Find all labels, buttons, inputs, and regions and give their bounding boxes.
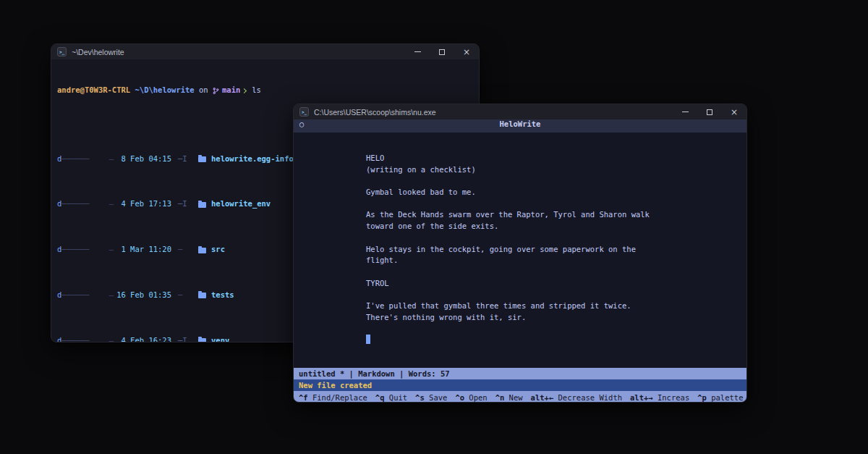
git-status: ─I: [178, 198, 194, 210]
editor-line: [366, 175, 739, 187]
close-icon: ×: [463, 48, 470, 56]
close-button[interactable]: ×: [722, 104, 746, 119]
close-button[interactable]: ×: [454, 44, 479, 59]
folder-icon: [198, 338, 206, 342]
editor-window: >_ C:\Users\USER\scoop\shims\nu.exe × ○ …: [293, 104, 747, 403]
shortcut-hint: ^p palette: [697, 393, 743, 402]
file-name-cell: src: [198, 244, 225, 256]
editor-line: [366, 323, 739, 335]
perm-part: ──────: [61, 290, 89, 299]
git-branch-icon: [213, 87, 219, 95]
editor-line: toward one of the side exits.: [366, 221, 739, 232]
editor-lines: HELO(writing on a checklist)Gymbal looke…: [366, 153, 739, 335]
terminal-app-icon: >_: [57, 47, 67, 56]
editor-titlebar[interactable]: >_ C:\Users\USER\scoop\shims\nu.exe ×: [294, 104, 746, 119]
editor-line: Helo stays in the cockpit, going over so…: [366, 244, 739, 256]
editor-line: As the Deck Hands swarm over the Raptor,…: [366, 209, 739, 221]
shortcut-key: ^p: [697, 393, 707, 402]
shortcut-hint: ^s Save: [415, 393, 447, 402]
shortcut-label: Increas: [653, 393, 690, 402]
shortcut-hint: ^o Open: [455, 393, 487, 402]
close-icon: ×: [731, 108, 738, 117]
file-size: –: [90, 154, 114, 165]
editor-text-area[interactable]: HELO(writing on a checklist)Gymbal looke…: [294, 133, 746, 368]
permissions: d──────: [57, 335, 90, 342]
desktop: >_ ~\Dev\helowrite × andre@T0W3R-CTRL ~\…: [0, 0, 868, 454]
editor-status-bar: untitled * | Markdown | Words: 57: [294, 368, 746, 379]
folder-icon: [198, 156, 206, 162]
folder-icon: [198, 202, 206, 208]
file-date: 16 Feb 01:35: [114, 290, 171, 301]
maximize-button[interactable]: [697, 104, 722, 119]
terminal-window-title: ~\Dev\helowrite: [72, 48, 124, 56]
file-name: venv: [211, 335, 229, 342]
perm-part: ──────: [61, 199, 89, 208]
file-name-cell: helowrite.egg-info: [198, 154, 294, 165]
terminal-titlebar[interactable]: >_ ~\Dev\helowrite ×: [51, 44, 479, 59]
git-status: ─I: [178, 335, 194, 342]
maximize-icon: [439, 49, 445, 55]
prompt-line: andre@T0W3R-CTRL ~\D\helowrite on main l…: [57, 85, 479, 96]
shortcut-label: Find/Replace: [308, 393, 367, 402]
editor-message-bar: New file created: [294, 379, 746, 391]
file-size: –: [90, 244, 114, 256]
editor-line: flight.: [366, 255, 739, 266]
shortcut-key: ^o: [455, 393, 464, 402]
file-name-cell: venv: [198, 335, 229, 342]
editor-line: TYROL: [366, 278, 739, 290]
maximize-button[interactable]: [430, 44, 454, 59]
editor-header-bar: ○ HeloWrite: [294, 119, 746, 133]
folder-icon: [198, 248, 206, 253]
text-cursor: [366, 335, 370, 344]
file-size: –: [90, 290, 114, 301]
shortcut-key: alt+→: [630, 393, 653, 402]
shortcut-hint: ^n New: [495, 393, 523, 402]
prompt-chevron-icon: [242, 88, 247, 93]
shortcut-label: palette: [707, 393, 744, 402]
shortcut-key: ^f: [299, 393, 308, 402]
editor-line: There's nothing wrong with it, sir.: [366, 312, 739, 324]
permissions: d──────: [57, 290, 90, 301]
shortcut-label: Decrease Width: [553, 393, 622, 402]
prompt-user: andre@T0W3R-CTRL: [57, 85, 130, 96]
perm-part: ──────: [61, 245, 89, 253]
git-status: ─: [178, 244, 194, 256]
window-caption-buttons: ×: [405, 44, 479, 59]
app-title: HeloWrite: [500, 119, 541, 128]
minimize-button[interactable]: [405, 44, 430, 59]
prompt-path: ~\D\helowrite: [135, 85, 194, 96]
shortcut-label: New: [504, 393, 522, 402]
editor-line: [366, 232, 739, 244]
editor-window-title: C:\Users\USER\scoop\shims\nu.exe: [314, 108, 436, 117]
branch-name: main: [222, 85, 240, 96]
minimize-icon: [682, 112, 689, 112]
file-name-cell: helowrite_env: [198, 198, 271, 210]
minimize-button[interactable]: [673, 104, 697, 119]
shortcut-hint: ^q Quit: [375, 393, 407, 402]
file-date: 1 Mar 11:20: [114, 244, 171, 256]
git-status: ─: [178, 290, 194, 301]
file-name: src: [211, 244, 225, 256]
file-name-cell: tests: [198, 290, 234, 301]
shortcut-key: alt+←: [531, 393, 554, 402]
editor-line: [366, 266, 739, 278]
maximize-icon: [707, 109, 712, 115]
perm-part: ──────: [61, 336, 89, 342]
permissions: d──────: [57, 244, 90, 256]
file-size: –: [90, 335, 114, 342]
permissions: d──────: [57, 198, 90, 210]
perm-part: ──────: [61, 154, 89, 163]
file-date: 4 Feb 16:23: [114, 335, 171, 342]
nu-app-icon: >_: [299, 107, 309, 117]
file-date: 8 Feb 04:15: [114, 154, 171, 165]
permissions: d──────: [57, 154, 90, 165]
file-date: 4 Feb 17:13: [114, 198, 171, 210]
git-branch: main: [213, 85, 240, 96]
file-name: tests: [211, 290, 234, 301]
editor-line: I've pulled that gymbal three times and …: [366, 300, 739, 312]
cursor-line: [366, 335, 739, 346]
window-caption-buttons: ×: [673, 104, 746, 119]
editor-line: [366, 289, 739, 300]
shortcut-label: Quit: [385, 393, 408, 402]
prompt-on-word: on: [199, 85, 208, 96]
